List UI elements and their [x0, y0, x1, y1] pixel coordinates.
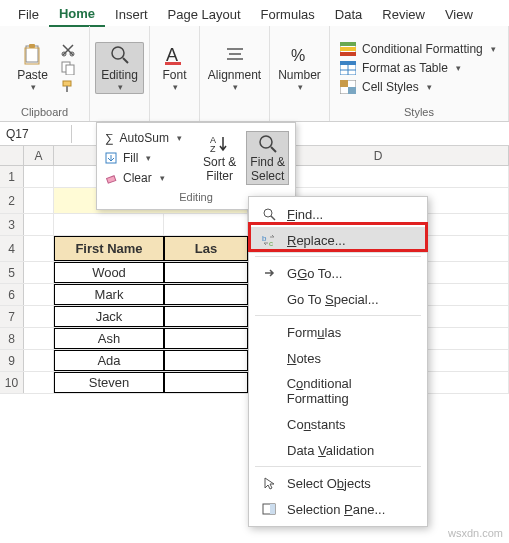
editing-button[interactable]: Editing ▾	[95, 42, 144, 94]
menu-constants[interactable]: Constants	[249, 411, 427, 437]
col-header-a[interactable]: A	[24, 146, 54, 165]
cell[interactable]	[24, 306, 54, 327]
eraser-icon	[105, 172, 117, 184]
data-cell-last[interactable]	[164, 262, 248, 283]
row-header[interactable]: 4	[0, 236, 24, 261]
row-header[interactable]: 1	[0, 166, 24, 187]
svg-point-9	[112, 47, 124, 59]
cell[interactable]	[24, 350, 54, 371]
tab-formulas[interactable]: Formulas	[251, 3, 325, 26]
cell-styles-label: Cell Styles	[362, 80, 419, 94]
paste-icon	[22, 44, 44, 66]
clipboard-label: Clipboard	[21, 105, 68, 119]
row-header[interactable]: 9	[0, 350, 24, 371]
font-button[interactable]: A Font ▾	[156, 42, 192, 94]
menu-replace[interactable]: bc Replace...	[249, 227, 427, 253]
data-cell-first[interactable]: Wood	[54, 262, 164, 283]
data-cell-first[interactable]: Ash	[54, 328, 164, 349]
cell-styles-button[interactable]: Cell Styles▾	[336, 79, 436, 95]
menu-goto[interactable]: GGo To...	[249, 260, 427, 286]
svg-point-34	[264, 209, 272, 217]
data-cell-first[interactable]: Mark	[54, 284, 164, 305]
data-cell-last[interactable]	[164, 284, 248, 305]
conditional-formatting-button[interactable]: Conditional Formatting▾	[336, 41, 500, 57]
header-last-name[interactable]: Las	[164, 236, 248, 261]
sort-label: Sort &	[203, 155, 236, 169]
select-label: Select	[251, 169, 284, 183]
number-button[interactable]: % Number ▾	[272, 42, 327, 94]
cell[interactable]	[54, 214, 164, 235]
chevron-down-icon: ▾	[233, 82, 238, 92]
cut-button[interactable]	[58, 42, 78, 58]
menu-conditional-formatting[interactable]: Conditional Formatting	[249, 371, 427, 411]
cell[interactable]	[164, 214, 248, 235]
copy-button[interactable]	[58, 60, 78, 76]
row-header[interactable]: 6	[0, 284, 24, 305]
data-cell-last[interactable]	[164, 328, 248, 349]
row-header[interactable]: 10	[0, 372, 24, 393]
svg-text:c: c	[269, 239, 273, 247]
clear-button[interactable]: Clear▾	[103, 169, 193, 187]
row-header[interactable]: 2	[0, 188, 24, 213]
header-first-name[interactable]: First Name	[54, 236, 164, 261]
alignment-button[interactable]: Alignment ▾	[202, 42, 267, 94]
alignment-icon	[224, 44, 246, 66]
data-cell-last[interactable]	[164, 372, 248, 393]
data-cell-last[interactable]	[164, 306, 248, 327]
format-as-table-button[interactable]: Format as Table▾	[336, 60, 465, 76]
percent-icon: %	[289, 44, 311, 66]
menu-notes[interactable]: Notes	[249, 345, 427, 371]
format-painter-button[interactable]	[58, 78, 78, 94]
row-header[interactable]: 7	[0, 306, 24, 327]
tab-view[interactable]: View	[435, 3, 483, 26]
tab-home[interactable]: Home	[49, 2, 105, 27]
tab-file[interactable]: File	[8, 3, 49, 26]
menu-formulas[interactable]: Formulas	[249, 319, 427, 345]
cell[interactable]	[24, 328, 54, 349]
cell[interactable]	[24, 214, 54, 235]
clear-label: Clear	[123, 171, 152, 185]
svg-text:b: b	[262, 234, 267, 243]
paste-label: Paste	[17, 68, 48, 82]
cell[interactable]	[24, 166, 54, 187]
menu-selection-pane[interactable]: Selection Pane...	[249, 496, 427, 522]
row-header[interactable]: 8	[0, 328, 24, 349]
cell[interactable]	[24, 188, 54, 213]
data-cell-last[interactable]	[164, 350, 248, 371]
menu-data-validation[interactable]: Data Validation	[249, 437, 427, 463]
tab-page-layout[interactable]: Page Layout	[158, 3, 251, 26]
cell[interactable]	[24, 236, 54, 261]
data-cell-first[interactable]: Steven	[54, 372, 164, 393]
sort-filter-icon: AZ	[209, 133, 231, 155]
select-all-corner[interactable]	[0, 146, 24, 165]
cell[interactable]	[24, 372, 54, 393]
find-select-button[interactable]: Find & Select	[246, 131, 289, 185]
font-icon: A	[163, 44, 185, 66]
cell[interactable]	[24, 262, 54, 283]
menu-goto-special[interactable]: Go To Special...	[249, 286, 427, 312]
editing-label: Editing	[101, 68, 138, 82]
tab-insert[interactable]: Insert	[105, 3, 158, 26]
autosum-button[interactable]: ∑ AutoSum▾	[103, 129, 193, 147]
font-label: Font	[162, 68, 186, 82]
cell-styles-icon	[340, 80, 356, 94]
styles-label: Styles	[404, 105, 434, 119]
tab-review[interactable]: Review	[372, 3, 435, 26]
group-number: % Number ▾	[270, 26, 330, 121]
group-clipboard: Paste ▾ Clipboard	[0, 26, 90, 121]
fill-button[interactable]: Fill▾	[103, 149, 193, 167]
row-header[interactable]: 3	[0, 214, 24, 235]
data-cell-first[interactable]: Jack	[54, 306, 164, 327]
sort-filter-button[interactable]: AZ Sort & Filter	[199, 131, 240, 185]
group-styles: Conditional Formatting▾ Format as Table▾…	[330, 26, 509, 121]
row-header[interactable]: 5	[0, 262, 24, 283]
cell[interactable]	[24, 284, 54, 305]
svg-line-35	[271, 216, 275, 220]
paste-button[interactable]: Paste ▾	[11, 42, 54, 94]
tab-data[interactable]: Data	[325, 3, 372, 26]
name-box[interactable]: Q17	[0, 125, 72, 143]
menu-find[interactable]: Find...	[249, 201, 427, 227]
data-cell-first[interactable]: Ada	[54, 350, 164, 371]
svg-line-33	[271, 147, 276, 152]
menu-select-objects[interactable]: Select Objects	[249, 470, 427, 496]
